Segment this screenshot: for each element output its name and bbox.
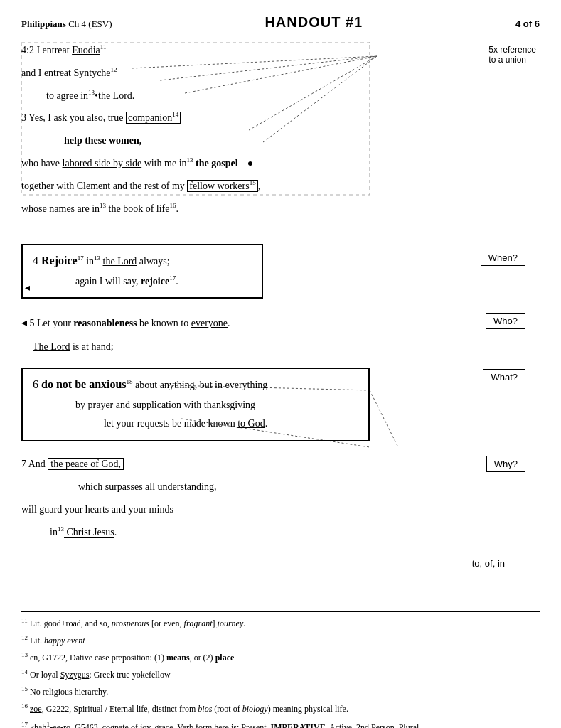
when-label: When? (488, 252, 518, 263)
v42-text: 4:2 I entreat Euodia11 (21, 45, 106, 55)
verse-44-section: 4 Rejoice17 in13 the Lord always; again … (21, 237, 540, 306)
verse-42-block: 4:2 I entreat Euodia11 and I entreat Syn… (21, 42, 540, 104)
fn-num-15: 15 (21, 685, 28, 692)
the-lord-3: The Lord (33, 341, 70, 352)
chapter-info: Ch 4 (ESV) (66, 18, 112, 29)
names-text: names are in (49, 203, 100, 214)
to-god: to God (237, 418, 265, 429)
book-name: Philippians (21, 18, 66, 29)
sup-17a: 17 (78, 255, 84, 262)
sup-11: 11 (100, 43, 107, 50)
the-lord-1: the Lord (98, 90, 132, 101)
toin-box: to, of, in (459, 555, 518, 572)
verse-43e: whose names are in13 the book of life16. (21, 200, 540, 218)
fn-16-zoe: zoe (30, 704, 42, 714)
peace-of-god-boxed: the peace of God, (48, 458, 124, 470)
spacer-1 (21, 223, 540, 237)
verse-42: 4:2 I entreat Euodia11 (21, 42, 540, 59)
verse-43a: 3 Yes, I ask you also, true companion14 (21, 109, 540, 127)
reasonableness-bold: reasonableness (73, 318, 137, 328)
rejoice-bold-2: rejoice (141, 276, 169, 287)
v42b-text: and I entreat Syntyche12 (21, 68, 117, 78)
fellow-workers-boxed: fellow workers15 (187, 180, 257, 192)
handout-title: HANDOUT #1 (265, 14, 363, 31)
verse-46-box: 6 do not be anxious18 about anything, bu… (21, 368, 370, 441)
verse-43b: help these women, (64, 132, 540, 149)
verse-45-section: ◂ 5 Let your reasonableness be known to … (21, 313, 540, 355)
footnote-15: 15 No religious hierarchy. (21, 685, 540, 698)
when-box: When? (481, 250, 525, 266)
verse-43d: together with Clement and the rest of my… (21, 178, 540, 195)
v46-num: 6 (33, 378, 41, 390)
verse-46a: 6 do not be anxious18 about anything, bu… (33, 375, 358, 394)
everyone-underline: everyone (191, 318, 228, 328)
fn-13-means: means (166, 653, 190, 663)
footnote-16: 16 zoe, G2222, Spiritual / Eternal life,… (21, 702, 540, 715)
sup-15: 15 (250, 179, 256, 186)
the-lord-2: the Lord (103, 256, 137, 267)
footnote-14: 14 Or loyal Syzygus; Greek true yokefell… (21, 668, 540, 681)
fn-num-12: 12 (21, 634, 28, 641)
companion-boxed: companion14 (126, 112, 181, 124)
fn-16-bios: bios (198, 704, 212, 714)
fn-17-word: khah1-ee-ro (30, 722, 70, 728)
fn-11-italic2: fragrant (184, 619, 213, 628)
sup-17b: 17 (169, 274, 176, 282)
fn-11-italic: prosperous (112, 619, 149, 628)
why-box: Why? (486, 456, 525, 472)
gospel-bold: the gospel (196, 158, 238, 168)
fn-13-place: place (215, 653, 235, 663)
ref-5x-line2: to a union (488, 55, 526, 65)
fn-14-syzygus: Syzygus (60, 670, 90, 680)
what-box: What? (483, 369, 525, 385)
christ-jesus: Christ Jesus (64, 527, 114, 538)
verse-42b: and I entreat Syntyche12 (21, 65, 540, 82)
footnotes: 11 Lit. good+road, and so, prosperous [o… (21, 611, 540, 728)
rejoice-bold: Rejoice (41, 255, 78, 267)
verse-45a: ◂ 5 Let your reasonableness be known to … (21, 313, 540, 332)
footnote-17: 17 khah1-ee-ro, G5463, cognate of joy, g… (21, 719, 540, 728)
verse-47c: will guard your hearts and your minds (21, 501, 540, 518)
ref-5x-line1: 5x reference (488, 45, 536, 55)
who-box: Who? (486, 313, 525, 329)
fn-12-italic: happy event (44, 636, 85, 646)
page-number: 4 of 6 (515, 18, 540, 29)
verse-46-section: 6 do not be anxious18 about anything, bu… (21, 360, 540, 449)
toin-section: to, of, in (21, 555, 540, 590)
syntyche: Syntyche (73, 68, 110, 78)
footnote-13: 13 en, G1722, Dative case preposition: (… (21, 651, 540, 664)
do-not-be-anxious: do not be anxious (41, 378, 127, 390)
fn-num-11: 11 (21, 617, 28, 624)
sup-16: 16 (169, 202, 176, 209)
fn-num-16: 16 (21, 702, 28, 710)
verse-47b: which surpasses all understanding, (78, 478, 540, 496)
book-of-life: the book of life (109, 203, 170, 214)
verse-47d: in13 Christ Jesus. (50, 524, 540, 541)
sup-13b: 13 (187, 156, 193, 164)
euodia: Euodia (72, 45, 100, 55)
sup-12: 12 (111, 66, 117, 73)
sup-13e: 13 (58, 525, 64, 532)
sup-13a: 13 (88, 89, 95, 96)
fn-num-17: 17 (21, 721, 28, 728)
header-reference: Philippians Ch 4 (ESV) (21, 18, 112, 30)
verse-46b: by prayer and supplication with thanksgi… (75, 397, 358, 414)
why-label: Why? (494, 459, 518, 469)
footnote-11: 11 Lit. good+road, and so, prosperous [o… (21, 616, 540, 630)
verse-42c: to agree in13•the Lord. (21, 87, 540, 105)
sup-13c: 13 (100, 202, 106, 209)
verse-43c: who have labored side by side with me in… (21, 155, 540, 172)
verse-44b: again I will say, rejoice17. (75, 273, 252, 290)
fn-num-14: 14 (21, 668, 28, 675)
who-label: Who? (493, 316, 518, 326)
verse-46c: let your requests be made known to God. (104, 415, 358, 432)
verse-44-box: 4 Rejoice17 in13 the Lord always; again … (21, 244, 263, 299)
arrow-left: ◂ (21, 316, 27, 328)
verse-47a: 7 And the peace of God, (21, 456, 540, 473)
toin-label: to, of, in (472, 558, 505, 569)
v44-numeral: 4 (33, 255, 41, 267)
verse-45b: The Lord is at hand; (33, 338, 540, 355)
sup-13d: 13 (94, 255, 100, 262)
sup-18: 18 (127, 379, 133, 386)
fn-17-imperative: IMPERATIVE (271, 722, 326, 728)
